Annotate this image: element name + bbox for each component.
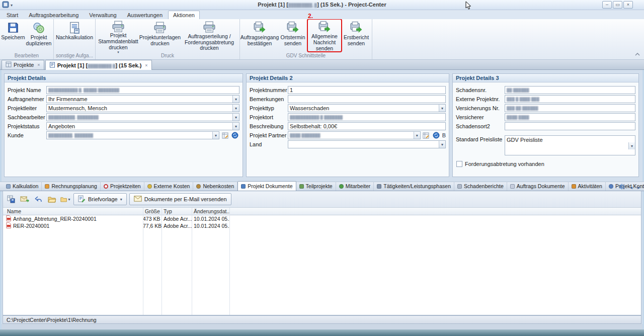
close-icon[interactable]: × bbox=[37, 62, 40, 67]
close-icon[interactable]: × bbox=[145, 63, 147, 68]
land-combo[interactable]: ▾ bbox=[288, 140, 446, 148]
versicherer-input[interactable]: ████ ████ bbox=[505, 113, 635, 121]
projektstatus-combo[interactable]: Angeboten▾ bbox=[46, 122, 239, 130]
forderungsabtretung-checkbox[interactable] bbox=[456, 161, 462, 167]
table-row[interactable]: RER-20240001 77,6 KB Adobe Acr... 10.01.… bbox=[3, 222, 641, 229]
tab-schadenberichte[interactable]: Schadenberichte bbox=[454, 182, 507, 191]
chevron-down-icon[interactable]: ▾ bbox=[232, 123, 239, 130]
scroll-left-icon[interactable]: ◂ bbox=[630, 185, 632, 190]
projektnummer-input[interactable]: 1 bbox=[288, 86, 446, 94]
export-button[interactable] bbox=[6, 194, 17, 205]
auftragseingang-bestaetigen-button[interactable]: Auftragseingang bestätigen bbox=[242, 20, 278, 51]
kunde-combo[interactable]: █████████, ███████▾ bbox=[46, 131, 219, 139]
versicherungs-nr-input[interactable]: ███ ██ ██████ bbox=[505, 104, 635, 112]
tab-label: Projektzeiten bbox=[110, 183, 141, 189]
beschreibung-input[interactable]: Selbstbehalt: 0,00€ bbox=[288, 122, 446, 130]
chevron-down-icon[interactable]: ▾ bbox=[439, 141, 445, 148]
panel-projekt-details: Projekt Details Projekt Name ███████████… bbox=[4, 73, 243, 177]
tab-teilprojekte[interactable]: Teilprojekte bbox=[296, 182, 336, 191]
tab-externe-kosten[interactable]: Externe Kosten bbox=[144, 182, 194, 191]
gear-icon[interactable] bbox=[619, 184, 625, 191]
nachkalkulation-button[interactable]: Nachkalkulation bbox=[55, 20, 94, 51]
tab-projekt-dokumente[interactable]: Projekt Dokumente bbox=[237, 181, 296, 191]
partner-info-button[interactable] bbox=[432, 131, 441, 139]
schadensnr-input[interactable]: ██ ██████ bbox=[505, 86, 635, 94]
tasks-icon bbox=[377, 184, 381, 189]
allgemeine-nachricht-senden-button[interactable]: Allgemeine Nachricht senden bbox=[308, 20, 341, 51]
edit-partner-button[interactable] bbox=[422, 131, 431, 139]
tab-rechnungsplanung[interactable]: Rechnungsplanung bbox=[42, 182, 101, 191]
scroll-right-icon[interactable]: ▸ bbox=[637, 185, 640, 190]
kunde-info-button[interactable] bbox=[230, 131, 239, 139]
projekt-partner-combo[interactable]: ████ ███████▾ bbox=[288, 131, 421, 139]
button-label: Ortstermin senden bbox=[279, 35, 307, 47]
button-label: Projekt duplizieren bbox=[26, 35, 52, 47]
tab-label: Projekt [1] [█████████ █] (15 Sek.) bbox=[57, 62, 142, 68]
tab-projektzeiten[interactable]: Projektzeiten bbox=[101, 182, 144, 191]
file-size: 77,6 KB bbox=[143, 223, 162, 229]
ortstermin-senden-button[interactable]: Ortstermin senden bbox=[279, 20, 307, 51]
mail-forward-button[interactable] bbox=[19, 194, 30, 205]
tab-kalkulation[interactable]: Kalkulation bbox=[3, 182, 42, 191]
close-button[interactable]: × bbox=[623, 1, 633, 9]
projektleiter-combo[interactable]: Mustermensch, Mensch▾ bbox=[46, 104, 239, 112]
standard-preisliste-combo[interactable]: GDV Preisliste▾ bbox=[505, 135, 635, 155]
chevron-down-icon[interactable]: ▾ bbox=[232, 105, 239, 112]
tab-projekte[interactable]: Projekte × bbox=[2, 60, 44, 69]
tab-mitarbeiter[interactable]: Mitarbeiter bbox=[336, 182, 374, 191]
projekt-name-input[interactable]: ███████████ █, █████ ████████ bbox=[46, 86, 239, 94]
ribbon-tab-auftragsbearbeitung[interactable]: Auftragsbearbeitung bbox=[24, 11, 84, 19]
bemerkungen-input[interactable] bbox=[288, 95, 446, 103]
chevron-down-icon[interactable]: ▾ bbox=[628, 142, 635, 149]
email-send-button[interactable]: Dokumente per E-Mail versenden bbox=[129, 193, 231, 205]
chevron-down-icon[interactable]: ▾ bbox=[414, 132, 420, 139]
briefvorlage-button[interactable]: Briefvorlage ▾ bbox=[73, 193, 127, 205]
sachbearbeiter-combo[interactable]: ██████████, ████████▾ bbox=[46, 113, 239, 121]
tab-aktivitaeten[interactable]: Aktivitäten bbox=[569, 182, 606, 191]
edit-kunde-button[interactable] bbox=[220, 131, 229, 139]
projektort-input[interactable]: ███████████ █ ███████ bbox=[288, 113, 446, 121]
tab-label: Kalkulation bbox=[13, 183, 38, 189]
chevron-down-icon[interactable]: ▾ bbox=[232, 96, 239, 103]
ribbon-tab-aktionen[interactable]: Aktionen bbox=[168, 11, 200, 19]
tab-label: Tätigkeiten/Leistungsphasen bbox=[383, 183, 451, 189]
table-row[interactable]: Anhang_Abtretung_RER-20240001 473 KB Ado… bbox=[3, 215, 641, 222]
column-header-name[interactable]: Name bbox=[3, 208, 143, 214]
erstbericht-senden-button[interactable]: Erstbericht senden bbox=[342, 20, 370, 51]
column-header-aenderungsdatum[interactable]: Änderungsdat... bbox=[192, 208, 229, 214]
column-header-typ[interactable]: Typ bbox=[162, 208, 192, 214]
chevron-down-icon[interactable]: ▾ bbox=[439, 105, 445, 112]
subproject-icon bbox=[299, 184, 304, 189]
projekt-duplizieren-button[interactable]: Projekt duplizieren bbox=[26, 20, 52, 51]
stammdatenblatt-drucken-button[interactable]: Projekt Stammdatenblatt drucken ▾ bbox=[97, 20, 139, 51]
schadensort2-input[interactable] bbox=[505, 122, 635, 130]
folder-dropdown-button[interactable]: ▾ bbox=[60, 194, 71, 205]
auftragserteilung-drucken-button[interactable]: Auftragserteilung / Forderungsabtretung … bbox=[181, 20, 238, 51]
minimize-button[interactable]: – bbox=[602, 1, 612, 9]
tab-projekt-1[interactable]: Projekt [1] [█████████ █] (15 Sek.) × bbox=[45, 60, 152, 70]
column-divider bbox=[143, 208, 143, 315]
ribbon-tab-auswertungen[interactable]: Auswertungen bbox=[122, 11, 168, 19]
column-header-groesse[interactable]: Größe bbox=[143, 208, 162, 214]
tab-taetigkeiten[interactable]: Tätigkeiten/Leistungsphasen bbox=[374, 182, 454, 191]
field-label: Beschreibung bbox=[250, 123, 288, 129]
file-size: 473 KB bbox=[143, 216, 162, 222]
projekttyp-combo[interactable]: Wasserschaden▾ bbox=[288, 104, 446, 112]
ribbon-group-druck: Projekt Stammdatenblatt drucken ▾ Projek… bbox=[96, 19, 240, 59]
speichern-button[interactable]: Speichern bbox=[2, 20, 25, 51]
reply-button[interactable] bbox=[33, 194, 44, 205]
ribbon-collapse-icon[interactable] bbox=[635, 51, 640, 57]
projektunterlagen-drucken-button[interactable]: Projektunterlagen drucken bbox=[140, 20, 180, 51]
report-icon bbox=[457, 184, 462, 189]
title-redacted: █████████, █ bbox=[288, 3, 317, 8]
open-folder-button[interactable] bbox=[46, 194, 57, 205]
auftragnehmer-combo[interactable]: Ihr Firmenname▾ bbox=[46, 95, 239, 103]
tab-nebenkosten[interactable]: Nebenkosten bbox=[193, 182, 237, 191]
ribbon-tab-start[interactable]: Start bbox=[2, 11, 23, 19]
chevron-down-icon[interactable]: ▾ bbox=[212, 132, 219, 139]
ribbon-tab-verwaltung[interactable]: Verwaltung bbox=[84, 11, 121, 19]
tab-auftrags-dokumente[interactable]: Auftrags Dokumente bbox=[507, 182, 569, 191]
chevron-down-icon[interactable]: ▾ bbox=[232, 114, 239, 121]
externe-projektnr-input[interactable]: ███ █ ████ ███ bbox=[505, 95, 635, 103]
maximize-button[interactable]: ▭ bbox=[613, 1, 622, 9]
